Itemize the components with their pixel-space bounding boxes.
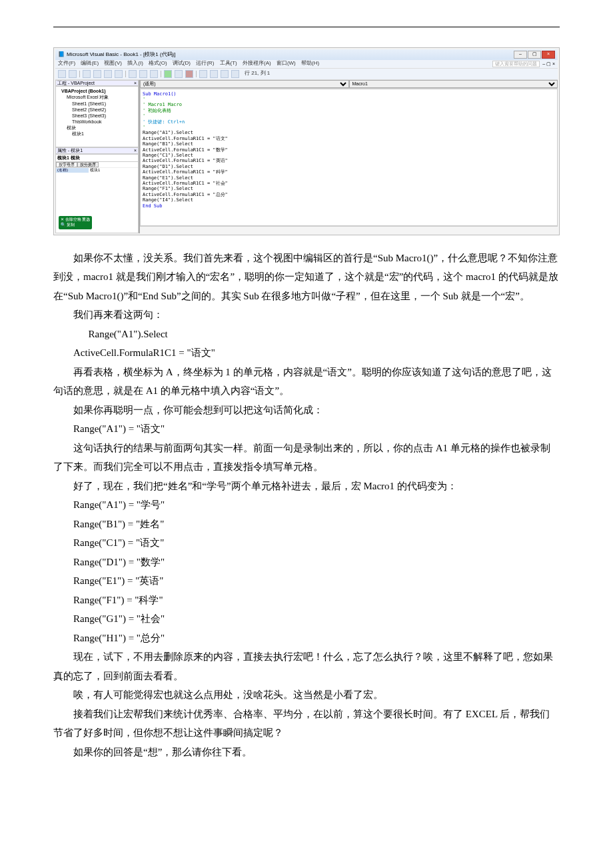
toolbar-button[interactable] xyxy=(231,70,239,78)
toolbar-button[interactable] xyxy=(129,70,137,78)
toolbar-run-button[interactable] xyxy=(164,70,172,78)
prop-name-value[interactable]: 模块1 xyxy=(89,168,101,173)
tree-folder-excel[interactable]: Microsoft Excel 对象 xyxy=(67,94,137,100)
menu-bar: 文件(F) 编辑(E) 视图(V) 插入(I) 格式(O) 调试(D) 运行(R… xyxy=(55,60,558,68)
menu-help[interactable]: 帮助(H) xyxy=(301,60,319,66)
code-line: Range("G1") = "社会" xyxy=(53,609,560,629)
pane-close-icon[interactable]: × xyxy=(134,148,137,153)
properties-object-selector[interactable]: 模块1 模块 xyxy=(56,155,138,162)
help-search-input[interactable]: 键入需要帮助的问题 xyxy=(492,61,540,67)
body-paragraph: 好了，现在，我们把“姓名”和“学号”两个单元格补进去，最后，宏 Macro1 的… xyxy=(53,477,560,496)
code-line: Range("H1") = "总分" xyxy=(53,629,560,648)
inner-close-button[interactable]: – ▢ × xyxy=(542,61,555,67)
tree-module1[interactable]: 模块1 xyxy=(72,131,137,137)
code-line: Range("A1") = "语文" xyxy=(53,419,560,439)
menu-run[interactable]: 运行(R) xyxy=(196,60,214,66)
toolbar-button[interactable] xyxy=(115,70,123,78)
toolbar-button[interactable] xyxy=(93,70,101,78)
menu-window[interactable]: 窗口(W) xyxy=(277,60,296,66)
toolbar-button[interactable] xyxy=(210,70,218,78)
toolbar-button[interactable] xyxy=(104,70,112,78)
toolbar: 行 21, 列 1 xyxy=(55,68,558,80)
menu-insert[interactable]: 插入(I) xyxy=(127,60,143,66)
vbe-screenshot: 📘Microsoft Visual Basic - Book1 - [模块1 (… xyxy=(53,47,560,235)
app-icon: 📘 xyxy=(58,52,65,58)
toolbar-button[interactable] xyxy=(83,70,91,78)
toolbar-pause-button[interactable] xyxy=(175,70,183,78)
maximize-button[interactable]: ▢ xyxy=(528,51,541,59)
code-line: ActiveCell.FormulaR1C1 = "语文" xyxy=(53,343,560,363)
menu-addins[interactable]: 外接程序(A) xyxy=(243,60,271,66)
tree-workbook[interactable]: ThisWorkbook xyxy=(72,119,137,125)
prop-name-key: (名称) xyxy=(56,168,89,173)
toolbar-button[interactable] xyxy=(69,70,77,78)
body-paragraph: 我们再来看这两句： xyxy=(53,305,560,325)
close-button[interactable]: × xyxy=(542,51,555,59)
project-pane-header: 工程 - VBAProject× xyxy=(55,80,139,87)
menu-tools[interactable]: 工具(T) xyxy=(220,60,237,66)
code-line: Range("F1") = "科学" xyxy=(53,591,560,610)
cursor-position: 行 21, 列 1 xyxy=(245,71,270,77)
tree-project[interactable]: VBAProject (Book1) xyxy=(61,88,137,94)
properties-pane: 模块1 模块 按字母序 按分类序 (名称)模块1 ✕ 去除空格 重选🔍 复制 xyxy=(55,154,139,233)
body-paragraph: 这句话执行的结果与前面两句其实一样。前面一句是录制出来的，所以，你的点击 A1 … xyxy=(53,439,560,477)
properties-pane-header: 属性 - 模块1× xyxy=(55,147,139,154)
code-line: Range("C1") = "语文" xyxy=(53,533,560,553)
tree-sheet[interactable]: Sheet1 (Sheet1) xyxy=(72,101,137,107)
toolbar-button[interactable] xyxy=(221,70,229,78)
tab-categorized[interactable]: 按分类序 xyxy=(77,162,99,168)
window-title: Microsoft Visual Basic - Book1 - [模块1 (代… xyxy=(67,52,175,58)
code-line: Range("E1") = "英语" xyxy=(53,571,560,591)
toolbar-stop-button[interactable] xyxy=(185,70,193,78)
body-paragraph: 接着我们让宏帮我们来统计优秀率、合格率、平均分，在以前，算这个要很长时间。有了 … xyxy=(53,705,560,743)
body-paragraph: 如果你不太懂，没关系。我们首先来看，这个视图中编辑区的首行是“Sub Macro… xyxy=(53,249,560,306)
toolbar-button[interactable] xyxy=(199,70,207,78)
tab-alphabetic[interactable]: 按字母序 xyxy=(56,162,77,168)
floating-tooltip[interactable]: ✕ 去除空格 重选🔍 复制 xyxy=(59,216,92,229)
menu-edit[interactable]: 编辑(E) xyxy=(81,60,99,66)
code-line: Range("D1") = "数学" xyxy=(53,553,560,572)
code-line: Range("B1") = "姓名" xyxy=(53,515,560,534)
project-tree[interactable]: VBAProject (Book1) Microsoft Excel 对象 Sh… xyxy=(55,86,139,147)
menu-view[interactable]: 视图(V) xyxy=(104,60,122,66)
body-paragraph: 如果你的回答是“想”，那么请你往下看。 xyxy=(53,743,560,762)
pane-close-icon[interactable]: × xyxy=(134,81,137,86)
toolbar-button[interactable] xyxy=(150,70,158,78)
toolbar-button[interactable] xyxy=(139,70,147,78)
code-editor[interactable]: Sub Macro1() ' ' Macro1 Macro ' 初始化表格 ' … xyxy=(140,89,558,226)
tree-folder-modules[interactable]: 模块 xyxy=(67,125,137,131)
menu-file[interactable]: 文件(F) xyxy=(58,60,75,66)
minimize-button[interactable]: – xyxy=(514,51,527,59)
object-dropdown[interactable]: (通用) xyxy=(140,80,349,88)
code-line: Range("A1").Select xyxy=(53,325,560,344)
window-controls: –▢× xyxy=(513,51,555,59)
editor-status-bar xyxy=(140,226,558,233)
body-paragraph: 如果你再聪明一点，你可能会想到可以把这句话简化成： xyxy=(53,401,560,420)
body-paragraph: 唉，有人可能觉得宏也就这么点用处，没啥花头。这当然是小看了宏。 xyxy=(53,685,560,705)
menu-debug[interactable]: 调试(D) xyxy=(173,60,191,66)
tree-sheet[interactable]: Sheet2 (Sheet2) xyxy=(72,107,137,113)
body-paragraph: 再看表格，横坐标为 A，终坐标为 1 的单元格，内容就是“语文”。聪明的你应该知… xyxy=(53,363,560,401)
menu-format[interactable]: 格式(O) xyxy=(149,60,167,66)
body-paragraph: 现在，试下，不用去删除原来的内容，直接去执行宏吧！什么，忘了怎么执行？唉，这里不… xyxy=(53,647,560,685)
horizontal-rule xyxy=(53,27,560,27)
toolbar-button[interactable] xyxy=(58,70,66,78)
procedure-dropdown[interactable]: Macro1 xyxy=(349,80,558,88)
window-titlebar: 📘Microsoft Visual Basic - Book1 - [模块1 (… xyxy=(55,49,558,60)
code-line: Range("A1") = "学号" xyxy=(53,495,560,515)
tree-sheet[interactable]: Sheet3 (Sheet3) xyxy=(72,113,137,119)
